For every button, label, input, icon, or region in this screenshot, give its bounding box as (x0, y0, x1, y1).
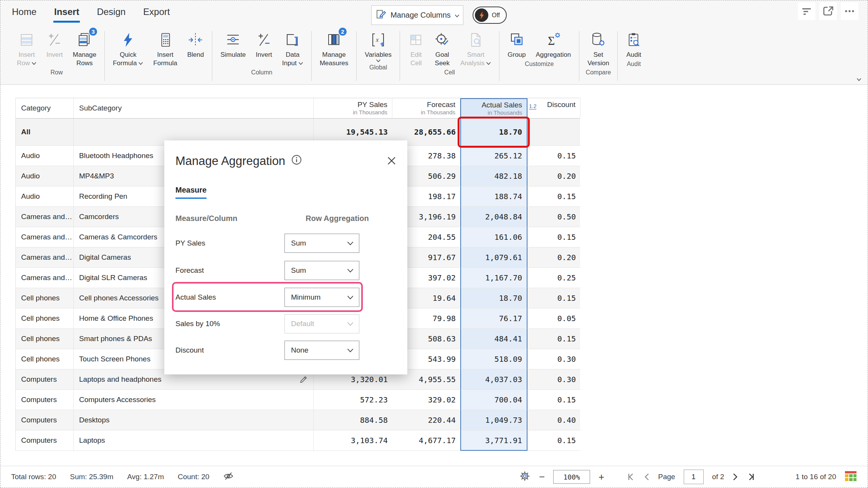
aggregation-dropdown-sales-by-10[interactable]: Default (284, 314, 359, 333)
cell-actual-sales[interactable]: 76.17 (460, 308, 527, 329)
cell-actual-sales[interactable]: 188.74 (460, 186, 527, 207)
aggregation-dropdown-py-sales[interactable]: Sum (284, 234, 359, 253)
cell-category[interactable]: Cell phones (16, 349, 74, 369)
ribbon-button-manage-measures[interactable]: 2ManageMeasures (315, 30, 354, 68)
cell-category[interactable]: Computers (16, 410, 74, 430)
more-ellipsis-icon[interactable] (841, 2, 858, 20)
cell-discount[interactable]: 0.15 (527, 430, 580, 451)
ribbon-button-audit[interactable]: Audit (621, 30, 647, 59)
eye-slash-icon[interactable] (223, 471, 234, 483)
ribbon-button-set-version[interactable]: SetVersion (582, 30, 614, 68)
cell-discount[interactable]: 0.30 (527, 349, 580, 369)
expand-icon[interactable] (819, 2, 837, 20)
tab-measure[interactable]: Measure (175, 186, 207, 199)
ribbon-button-blend[interactable]: Blend (182, 30, 209, 59)
column-header-subcategory[interactable]: SubCategory (74, 98, 314, 118)
column-header-py-sales[interactable]: PY Salesin Thousands (314, 98, 392, 118)
column-header-category[interactable]: Category (16, 98, 74, 118)
zoom-in-button[interactable]: + (599, 472, 604, 482)
cell-subcategory[interactable]: Desktops (74, 410, 314, 430)
cell-discount[interactable]: 0.15 (527, 227, 580, 247)
aggregation-dropdown-forecast[interactable]: Sum (284, 261, 359, 280)
cell-actual-sales[interactable]: 1,049.73 (460, 410, 527, 430)
cell-category[interactable]: Computers (16, 369, 74, 390)
ribbon-button-goal-seek[interactable]: GoalSeek (429, 30, 455, 68)
cell-discount[interactable]: 0.15 (527, 390, 580, 410)
cell-forecast[interactable]: 329.02 (392, 390, 460, 410)
cell-py-sales[interactable]: 572.23 (314, 390, 392, 410)
cell-actual-sales[interactable]: 484.41 (460, 329, 527, 349)
cell-py-sales[interactable]: 884.58 (314, 410, 392, 430)
cell-actual-sales[interactable]: 265.12 (460, 146, 527, 166)
cell-category[interactable]: Audio (16, 146, 74, 166)
cell-subcategory[interactable]: Laptops (74, 430, 314, 451)
ribbon-button-insert-row[interactable]: InsertRow (12, 30, 41, 68)
ribbon-button-variables[interactable]: xVariables (360, 30, 397, 63)
cell-category[interactable]: Computers (16, 390, 74, 410)
cell-actual-sales[interactable]: 518.09 (460, 349, 527, 369)
settings-gear-icon[interactable] (519, 470, 531, 484)
ribbon-button-insert-formula[interactable]: InsertFormula (148, 30, 182, 68)
last-page-icon[interactable] (747, 473, 756, 481)
cell-category[interactable]: Cell phones (16, 329, 74, 349)
ribbon-button-simulate[interactable]: Simulate (215, 30, 251, 59)
pencil-icon[interactable] (299, 375, 308, 384)
cell-actual-sales[interactable]: 161.06 (460, 227, 527, 247)
cell-discount[interactable]: 0.40 (527, 410, 580, 430)
cell-discount[interactable]: 0.15 (527, 146, 580, 166)
column-header-actual-sales[interactable]: Actual Salesin Thousands (460, 98, 527, 118)
menu-tab-export[interactable]: Export (143, 7, 170, 20)
cell-category[interactable]: Cell phones (16, 308, 74, 329)
ribbon-button-aggregation[interactable]: ΣAggregation (531, 30, 576, 59)
cell-subcategory[interactable]: Computers Accessories (74, 390, 314, 410)
cell-category[interactable]: All (16, 119, 74, 146)
cell-category[interactable]: Cameras and… (16, 268, 74, 288)
cell-discount[interactable]: 0.05 (527, 308, 580, 329)
next-page-icon[interactable] (732, 473, 739, 481)
cell-category[interactable]: Cameras and… (16, 227, 74, 247)
ribbon-button-group[interactable]: Group (503, 30, 531, 59)
cell-actual-sales[interactable]: 18.70 (460, 288, 527, 308)
cell-actual-sales[interactable]: 1,167.70 (460, 268, 527, 288)
cell-discount[interactable] (527, 119, 580, 146)
cell-discount[interactable]: 0.15 (527, 288, 580, 308)
cell-discount[interactable]: 0.20 (527, 247, 580, 268)
info-icon[interactable] (291, 154, 302, 168)
optimize-toggle[interactable]: Off (473, 7, 507, 24)
cell-category[interactable]: Cameras and… (16, 247, 74, 268)
page-number-input[interactable] (684, 470, 704, 484)
ribbon-button-manage-rows[interactable]: 3ManageRows (68, 30, 101, 68)
cell-category[interactable]: Audio (16, 166, 74, 186)
menu-tab-home[interactable]: Home (12, 7, 36, 20)
cell-actual-sales[interactable]: 2,048.84 (460, 207, 527, 227)
cell-forecast[interactable]: 4,677.17 (392, 430, 460, 451)
prev-page-icon[interactable] (643, 473, 650, 481)
cell-category[interactable]: Audio (16, 186, 74, 207)
ribbon-button-invert[interactable]: Invert (41, 30, 68, 59)
cell-discount[interactable]: 0.20 (527, 166, 580, 186)
ribbon-button-data-input[interactable]: DataInput (277, 30, 308, 68)
aggregation-dropdown-discount[interactable]: None (284, 341, 359, 360)
decimal-format-badge[interactable]: 1.2 (529, 104, 536, 110)
manage-columns-button[interactable]: Manage Columns (371, 5, 463, 25)
column-header-forecast[interactable]: Forecastin Thousands (392, 98, 460, 118)
zoom-level-input[interactable] (553, 470, 590, 484)
cell-discount[interactable]: 0.30 (527, 369, 580, 390)
ribbon-button-edit-cell[interactable]: EditCell (403, 30, 429, 68)
first-page-icon[interactable] (627, 473, 635, 481)
menu-tab-design[interactable]: Design (97, 7, 126, 20)
cell-discount[interactable]: 0.50 (527, 207, 580, 227)
cell-forecast[interactable]: 220.44 (392, 410, 460, 430)
cell-actual-sales[interactable]: 482.18 (460, 166, 527, 186)
cell-actual-sales[interactable]: 700.04 (460, 390, 527, 410)
cell-actual-sales[interactable]: 18.70 (460, 119, 527, 146)
cell-actual-sales[interactable]: 1,079.61 (460, 247, 527, 268)
cell-discount[interactable]: 0.15 (527, 329, 580, 349)
cell-category[interactable]: Cell phones (16, 288, 74, 308)
close-icon[interactable] (387, 156, 397, 167)
cell-category[interactable]: Cameras and… (16, 207, 74, 227)
cell-actual-sales[interactable]: 3,771.91 (460, 430, 527, 451)
cell-py-sales[interactable]: 3,103.74 (314, 430, 392, 451)
cell-discount[interactable]: 0.15 (527, 186, 580, 207)
ribbon-button-smart-analysis[interactable]: SmartAnalysis (455, 30, 496, 68)
